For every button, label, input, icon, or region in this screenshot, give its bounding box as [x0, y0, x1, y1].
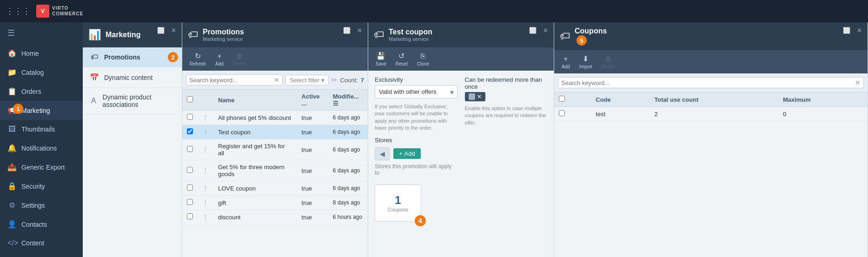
row-modified: 6 days ago — [328, 160, 368, 181]
row-checkbox[interactable] — [187, 114, 193, 120]
row-name[interactable]: LOVE coupon — [213, 181, 297, 196]
row-name[interactable]: All phones get 5% discount — [213, 111, 297, 125]
row-checkbox-cell — [182, 196, 198, 210]
toggle-box[interactable]: ✕ — [465, 92, 485, 101]
row-active: true — [297, 139, 328, 160]
row-name[interactable]: discount — [213, 210, 297, 224]
coupons-add-btn[interactable]: + Add — [558, 53, 574, 71]
coupon-row-checkbox[interactable] — [559, 110, 565, 116]
coupon-tile[interactable]: 1 Coupons — [375, 185, 421, 222]
row-checkbox[interactable] — [187, 146, 193, 152]
dynamic-content-nav-item[interactable]: 📅 Dynamic content — [83, 67, 182, 88]
row-name[interactable]: Register and get 15% for all — [213, 139, 297, 160]
sidebar-item-marketing[interactable]: 📢 Marketing 1 — [0, 101, 83, 120]
coupons-panel: 🏷 Coupons 5 ⬜ ✕ + Add ⬇ — [554, 22, 868, 257]
coupons-add-icon: + — [563, 55, 568, 63]
coupons-maximize-btn[interactable]: ⬜ — [841, 26, 852, 35]
grid-icon[interactable]: ⋮⋮⋮ — [6, 6, 31, 16]
promotions-search-bar: ✕ Select filter ▾ ✏ Count: 7 — [182, 71, 368, 90]
search-clear-icon[interactable]: ✕ — [274, 76, 279, 84]
logo-icon: V — [36, 5, 49, 18]
contacts-icon: 👤 — [7, 220, 17, 229]
drag-handle: ⋮ — [198, 196, 213, 210]
promotions-table: Name Active ... Modifie... ☰ ⋮ All phone… — [182, 90, 368, 224]
drag-handle: ⋮ — [198, 139, 213, 160]
promotions-maximize-btn[interactable]: ⬜ — [341, 26, 352, 35]
row-checkbox[interactable] — [187, 128, 193, 134]
sidebar-item-generic-export[interactable]: 📤 Generic Export — [0, 158, 83, 177]
coupons-search-clear-icon[interactable]: ✕ — [855, 79, 861, 86]
add-icon: + — [217, 52, 221, 60]
table-row[interactable]: ⋮ Get 5% for three modern goods true 6 d… — [182, 160, 368, 181]
marketing-close-btn[interactable]: ✕ — [169, 26, 178, 35]
table-row[interactable]: test 2 0 — [554, 107, 868, 121]
coupons-select-all[interactable] — [559, 96, 565, 102]
promotions-toolbar: ↻ Refresh + Add 🗑 Delete — [182, 47, 368, 71]
promotions-nav-item[interactable]: 🏷 Promotions 2 — [83, 47, 182, 67]
sidebar-item-security[interactable]: 🔒 Security — [0, 177, 83, 196]
orders-icon: 📋 — [7, 87, 17, 96]
coupons-close-btn[interactable]: ✕ — [855, 26, 864, 35]
sidebar-item-stores[interactable]: 🏪 Stores — [0, 252, 83, 257]
test-coupon-reset-btn[interactable]: ↺ Reset — [392, 50, 411, 68]
sidebar-item-thumbnails[interactable]: 🖼 Thumbnails — [0, 120, 83, 138]
table-row[interactable]: ⋮ LOVE coupon true 6 days ago — [182, 181, 368, 196]
coupons-search-bar: ✕ — [554, 73, 868, 92]
select-all-checkbox[interactable] — [187, 96, 193, 102]
clone-icon: ⎘ — [421, 52, 425, 60]
table-row[interactable]: ⋮ Test coupon true 6 days ago — [182, 125, 368, 139]
coupons-badge-wrap: 5 — [575, 35, 607, 46]
sidebar-item-home[interactable]: 🏠 Home — [0, 44, 83, 63]
test-coupon-clone-btn[interactable]: ⎘ Clone — [413, 51, 433, 68]
coupons-delete-btn[interactable]: 🗑 Delete — [598, 53, 619, 71]
drag-handle: ⋮ — [198, 160, 213, 181]
dynamic-product-nav-item[interactable]: A Dynamic product associations — [83, 88, 182, 114]
sidebar-item-contacts[interactable]: 👤 Contacts — [0, 215, 83, 234]
coupons-import-icon: ⬇ — [583, 54, 589, 63]
dynamic-content-nav-label: Dynamic content — [104, 74, 152, 81]
row-name[interactable]: Test coupon — [213, 125, 297, 139]
stores-add-btn[interactable]: + Add — [393, 148, 421, 159]
table-row[interactable]: ⋮ discount true 6 hours ago — [182, 210, 368, 224]
promotions-close-btn[interactable]: ✕ — [355, 26, 364, 35]
sidebar-menu-btn[interactable]: ☰ — [0, 22, 83, 44]
stores-prev-btn[interactable]: ◀ — [375, 147, 390, 160]
test-coupon-maximize-btn[interactable]: ⬜ — [527, 26, 538, 35]
promotions-search-wrap[interactable]: ✕ — [186, 74, 283, 86]
coupons-import-btn[interactable]: ⬇ Import — [576, 53, 596, 71]
coupons-table: Code Total use count Maximum test 2 0 — [554, 92, 868, 121]
row-checkbox[interactable] — [187, 199, 193, 205]
promotions-panel-header: 🏷 Promotions Marketing service ⬜ ✕ — [182, 22, 368, 47]
test-coupon-close-btn[interactable]: ✕ — [541, 26, 550, 35]
coupons-panel-header: 🏷 Coupons 5 ⬜ ✕ — [554, 22, 868, 50]
col-name-header — [198, 90, 213, 111]
row-checkbox[interactable] — [187, 167, 193, 173]
exclusivity-select[interactable]: Valid with other offers — [375, 85, 457, 99]
row-checkbox[interactable] — [187, 185, 193, 191]
promotions-search-input[interactable] — [189, 77, 274, 84]
marketing-maximize-btn[interactable]: ⬜ — [155, 26, 166, 35]
promotions-refresh-btn[interactable]: ↻ Refresh — [186, 50, 210, 68]
sidebar-item-content[interactable]: </> Content — [0, 234, 83, 252]
sidebar-item-notifications[interactable]: 🔔 Notifications — [0, 138, 83, 158]
sidebar-item-settings[interactable]: ⚙ Settings — [0, 196, 83, 215]
coupons-search-input[interactable] — [561, 79, 855, 86]
sidebar-item-orders[interactable]: 📋 Orders — [0, 82, 83, 101]
sidebar-item-catalog[interactable]: 📁 Catalog — [0, 63, 83, 82]
promotions-panel: 🏷 Promotions Marketing service ⬜ ✕ ↻ Ref… — [182, 22, 368, 257]
table-row[interactable]: ⋮ All phones get 5% discount true 6 days… — [182, 111, 368, 125]
promotions-filter-select[interactable]: Select filter ▾ — [285, 75, 329, 86]
content-icon: </> — [7, 239, 17, 247]
table-row[interactable]: ⋮ gift true 8 days ago — [182, 196, 368, 210]
row-name[interactable]: gift — [213, 196, 297, 210]
row-checkbox[interactable] — [187, 213, 193, 219]
coupons-search-wrap[interactable]: ✕ — [558, 77, 864, 88]
promotions-add-btn[interactable]: + Add — [212, 51, 227, 68]
promotions-delete-btn[interactable]: 🗑 Delete — [229, 51, 250, 68]
toggle-x-icon: ✕ — [477, 93, 482, 100]
row-name[interactable]: Get 5% for three modern goods — [213, 160, 297, 181]
generic-export-icon: 📤 — [7, 163, 17, 171]
test-coupon-save-btn[interactable]: 💾 Save — [372, 50, 390, 68]
table-row[interactable]: ⋮ Register and get 15% for all true 6 da… — [182, 139, 368, 160]
pencil-icon[interactable]: ✏ — [331, 76, 337, 84]
